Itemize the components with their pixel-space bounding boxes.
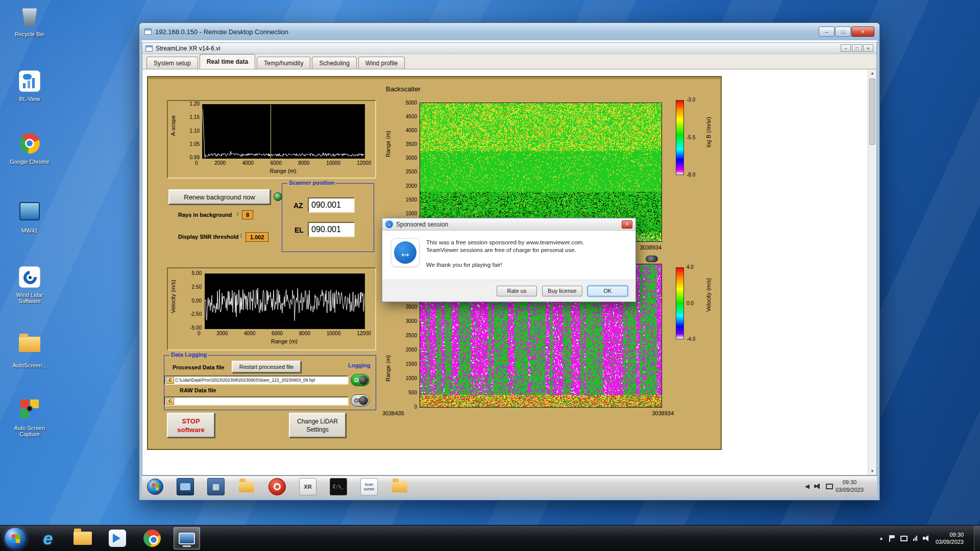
velocity-colorbar-ticks: 4.00.0-4.0: [687, 265, 703, 342]
desktop-icon-autoscreen[interactable]: AutoScreen...: [6, 332, 53, 368]
tray-expand-icon[interactable]: ▲: [879, 536, 884, 541]
el-value-field[interactable]: 090.001: [308, 222, 355, 237]
display-icon[interactable]: [900, 536, 908, 541]
desktop-icon-google-chrome[interactable]: Google Chrome: [6, 132, 53, 165]
tick-label: 500: [408, 390, 417, 395]
folder-app-icon[interactable]: [238, 478, 255, 495]
app-restore-button[interactable]: □: [852, 44, 862, 52]
app-titlebar[interactable]: StreamLine XR v14-6.vi – □ ×: [142, 43, 876, 54]
folder-icon: [74, 532, 92, 545]
buy-license-button[interactable]: Buy license: [542, 286, 582, 296]
rdp-close-button[interactable]: ×: [851, 27, 874, 37]
scroll-up-arrow[interactable]: ▲: [868, 69, 876, 76]
xr-shortcut-icon[interactable]: XR: [299, 478, 316, 495]
action-center-flag-icon[interactable]: [889, 535, 895, 542]
calculator-icon[interactable]: ▦: [207, 478, 225, 495]
rays-value-field[interactable]: 8: [242, 210, 253, 219]
tick-label: 3500: [406, 305, 417, 310]
raw-logging-toggle-off[interactable]: OFF: [351, 394, 370, 407]
ok-button[interactable]: OK: [587, 286, 628, 296]
snr-spinner[interactable]: ▲▼: [240, 233, 244, 238]
tab-real-time-data[interactable]: Real time data: [200, 54, 255, 69]
velocity-plot-canvas: [205, 273, 365, 329]
ascope-xlabel: Range (m): [202, 168, 364, 174]
blue-app-icon[interactable]: [177, 478, 194, 495]
tab-temp-humidity[interactable]: Temp/humidity: [257, 57, 310, 69]
taskbar-file-explorer[interactable]: [69, 527, 96, 549]
taskbar-internet-explorer[interactable]: e: [35, 527, 61, 549]
rdp-maximize-button[interactable]: □: [835, 27, 851, 37]
processed-logging-toggle-on[interactable]: ON: [351, 374, 370, 386]
taskbar-chrome[interactable]: [139, 527, 165, 549]
tick-label: -2.50: [190, 312, 202, 317]
processed-path-field[interactable]: C C:\Lidar\Data\Proc\2023\202309\2023090…: [164, 375, 349, 385]
tick-label: 10000: [326, 160, 340, 166]
taskbar-media-player[interactable]: [104, 527, 131, 549]
renew-background-button[interactable]: Renew background now: [168, 189, 271, 205]
volume-icon[interactable]: [923, 535, 930, 541]
drive-selector[interactable]: C: [166, 377, 174, 384]
desktop-icon-recycle-bin[interactable]: Recycle Bin: [6, 4, 53, 37]
desktop-icon-label: MW41: [6, 228, 53, 234]
desktop-icon-auto-screen-capture[interactable]: Auto Screen Capture: [6, 397, 53, 437]
logging-label: Logging: [348, 362, 370, 368]
network-icon[interactable]: [913, 536, 917, 541]
remote-start-button[interactable]: [147, 479, 163, 495]
rays-spinner[interactable]: ▲▼: [236, 211, 241, 216]
tray-expand-icon[interactable]: ◀: [805, 483, 810, 490]
tab-scheduling[interactable]: Scheduling: [312, 57, 356, 69]
display-icon[interactable]: [826, 484, 833, 489]
dialog-close-button[interactable]: ×: [622, 220, 632, 229]
az-value-field[interactable]: 090.001: [308, 197, 355, 213]
dialog-titlebar[interactable]: ↔ Sponsored session ×: [382, 218, 635, 231]
tick-label: 0.00: [192, 298, 202, 304]
scanner-position-group: Scanner position AZ 090.001 EL 090.001: [282, 183, 374, 252]
tick-label: 0.99: [190, 155, 200, 160]
wind-lidar-icon: [18, 266, 41, 290]
start-button[interactable]: [4, 527, 27, 549]
scan-sched-icon[interactable]: Scan sched: [360, 478, 378, 495]
raw-path-field[interactable]: C: [164, 396, 349, 406]
desktop-icon-label: AutoScreen...: [6, 362, 53, 368]
taskbar-clock[interactable]: 09:30 03/09/2023: [936, 531, 964, 545]
power-off-icon[interactable]: [268, 478, 286, 495]
remote-taskbar: ▦ XR C:\_ Scan sched ◀ 09:30 03/09/2023: [142, 475, 877, 497]
show-desktop-button[interactable]: [974, 525, 980, 551]
drive-selector[interactable]: C: [166, 398, 174, 405]
display-slider-knob[interactable]: [646, 256, 658, 262]
desktop-icon-bl-view[interactable]: BL-View: [6, 69, 53, 102]
documents-folder-icon[interactable]: [391, 478, 408, 495]
scroll-down-arrow[interactable]: ▼: [868, 469, 876, 473]
scrollbar-thumb[interactable]: [869, 79, 875, 145]
app-close-button[interactable]: ×: [863, 44, 873, 52]
windows-flag-icon: [152, 483, 159, 491]
ascope-ylabel: A-scope: [170, 115, 176, 136]
toggle-knob: [359, 375, 368, 385]
velocity-x-axis: 020004000600080001000012000: [198, 331, 371, 336]
desktop-icon-mw41[interactable]: MW41: [6, 200, 53, 234]
rdp-titlebar[interactable]: 192.168.0.150 - Remote Desktop Connectio…: [139, 23, 879, 40]
change-lidar-settings-button[interactable]: Change LiDAR Settings: [289, 413, 346, 438]
velocity-y-axis: 5.002.500.00-2.50-5.00: [181, 271, 202, 331]
tab-strip: System setup Real time data Temp/humidit…: [142, 54, 876, 69]
tick-label: -4.0: [687, 337, 695, 342]
desktop-icon-wind-lidar[interactable]: Wind Lidar Software: [6, 265, 53, 304]
taskbar-remote-desktop[interactable]: [174, 527, 200, 549]
desktop-icon-label: BL-View: [6, 96, 53, 102]
snr-value-field[interactable]: 1.002: [246, 232, 268, 242]
tab-wind-profile[interactable]: Wind profile: [358, 57, 405, 69]
xr-shortcut-label: XR: [304, 484, 311, 490]
rate-us-button[interactable]: Rate us: [497, 286, 537, 296]
tick-label: 8000: [299, 331, 310, 336]
restart-processed-file-button[interactable]: Restart processed file: [232, 361, 301, 373]
rdp-minimize-button[interactable]: –: [819, 27, 835, 37]
stop-software-button[interactable]: STOP software: [167, 413, 215, 438]
command-prompt-icon[interactable]: C:\_: [330, 478, 347, 495]
remote-clock[interactable]: 09:30 03/09/2023: [836, 479, 864, 494]
tab-system-setup[interactable]: System setup: [146, 57, 198, 69]
vertical-scrollbar[interactable]: ▲ ▼: [868, 69, 876, 475]
volume-icon[interactable]: [814, 483, 821, 489]
tick-label: 3000: [406, 156, 417, 161]
app-minimize-button[interactable]: –: [841, 44, 851, 52]
backscatter-colorbar-ticks: -3.0-5.5-8.0: [687, 97, 703, 178]
